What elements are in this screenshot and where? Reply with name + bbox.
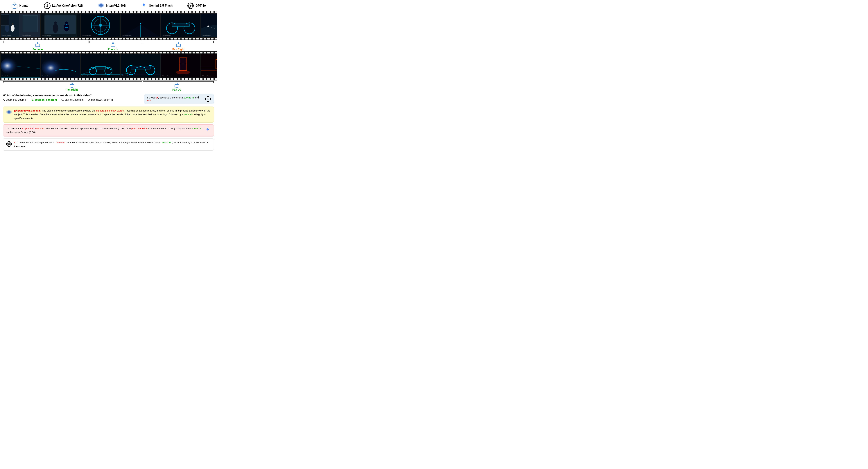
perf <box>42 11 44 13</box>
svg-rect-114 <box>71 87 73 88</box>
internvl-wrong-choice: (D) pan down, zoom in. <box>14 109 41 112</box>
film-frame-2-1: © Movie Recaps <box>1 54 40 77</box>
zoom-in-text-2: Zoom in <box>108 48 118 51</box>
perf <box>79 38 81 39</box>
perf <box>35 78 37 80</box>
perf <box>101 38 103 39</box>
perf <box>145 11 147 13</box>
option-d: D. pan down, zoom in <box>88 98 113 101</box>
perf <box>149 78 151 80</box>
perf <box>192 38 195 39</box>
perf <box>45 78 48 80</box>
perf <box>123 11 125 13</box>
perf <box>159 38 162 39</box>
zoom-in-label-2: Zoom in <box>108 42 118 51</box>
svg-point-42 <box>140 23 141 25</box>
perf <box>108 38 111 39</box>
human-icon-small-1 <box>35 42 40 48</box>
perf <box>145 38 147 39</box>
perf <box>185 78 188 80</box>
perf <box>130 78 133 80</box>
perf <box>185 11 188 13</box>
perf <box>93 78 96 80</box>
perf <box>24 78 26 80</box>
header-model-llava: 1 LLaVA-OneVision-72B <box>44 2 83 9</box>
perf <box>207 38 210 39</box>
svg-text:© Movie Recaps: © Movie Recaps <box>82 75 91 77</box>
perf <box>5 52 8 54</box>
internvl-icon <box>98 2 104 9</box>
perf <box>16 52 19 54</box>
gemini-wrong-choice: C. pan left, zoom in <box>22 127 43 130</box>
svg-text:© Movie Recaps: © Movie Recaps <box>162 75 172 77</box>
gpt4o-text-1: The sequence of images shows a " <box>17 141 56 144</box>
perf <box>178 52 180 54</box>
perf <box>42 38 44 39</box>
perf <box>182 78 184 80</box>
pan-right-label-2: Pan Right <box>66 83 78 91</box>
perf <box>182 38 184 39</box>
svg-text:© Movie Recaps: © Movie Recaps <box>22 35 31 36</box>
perf <box>141 38 144 39</box>
perf <box>5 38 8 39</box>
svg-rect-26 <box>41 13 44 37</box>
perf <box>68 52 70 54</box>
perf <box>141 52 144 54</box>
perf <box>211 11 214 13</box>
perf <box>145 52 147 54</box>
perforations-top-2 <box>0 51 217 54</box>
svg-point-24 <box>53 24 58 33</box>
film-frames-row-2: © Movie Recaps © Movie Recaps <box>0 54 217 77</box>
perf <box>57 52 59 54</box>
option-a: A. zoom out, zoom in <box>3 98 27 101</box>
perf <box>170 38 173 39</box>
perf <box>167 11 169 13</box>
perf <box>90 78 92 80</box>
gpt4o-icon <box>187 2 194 9</box>
perf <box>1 11 4 13</box>
svg-text:© Movie Recaps: © Movie Recaps <box>82 35 91 36</box>
perf <box>134 11 136 13</box>
perf <box>123 38 125 39</box>
perf <box>64 52 66 54</box>
svg-point-25 <box>54 22 57 24</box>
pan-up-text: Pan Up <box>172 88 181 91</box>
zoom-in-label-1: Zoom in <box>33 42 43 51</box>
perf <box>130 52 133 54</box>
film-frame-1-4: © Movie Recaps <box>121 13 160 37</box>
perf <box>174 78 177 80</box>
header-model-human: Human <box>11 2 29 9</box>
perf <box>115 38 118 39</box>
perf <box>156 11 158 13</box>
perf <box>38 78 41 80</box>
svg-rect-100 <box>201 54 217 77</box>
pan-up-label: Pan Up <box>172 83 181 91</box>
perf <box>207 52 210 54</box>
perf <box>215 52 217 54</box>
svg-rect-27 <box>76 13 80 37</box>
gemini-answer-text: The answer is C. pan left, zoom in . The… <box>6 127 203 134</box>
gemini-highlight-1: pans to the left <box>131 127 148 130</box>
svg-rect-19 <box>23 15 37 32</box>
perf <box>115 78 118 80</box>
svg-rect-71 <box>178 46 179 47</box>
perf <box>104 38 107 39</box>
perf <box>35 11 37 13</box>
perf <box>119 38 122 39</box>
annotation-row-2: Pan Right Pan Up <box>1 81 215 92</box>
perf <box>211 78 214 80</box>
svg-text:© Movie Recaps: © Movie Recaps <box>202 35 212 36</box>
perf <box>31 11 33 13</box>
perf <box>45 11 48 13</box>
svg-rect-85 <box>96 66 106 69</box>
svg-rect-119 <box>176 88 178 88</box>
perf <box>5 78 8 80</box>
perf <box>90 38 92 39</box>
human-label: Human <box>20 4 29 7</box>
llava-icon: 1 <box>44 2 51 9</box>
perf <box>35 52 37 54</box>
perf <box>123 78 125 80</box>
perf <box>196 78 199 80</box>
perf <box>64 11 66 13</box>
perf <box>75 78 78 80</box>
